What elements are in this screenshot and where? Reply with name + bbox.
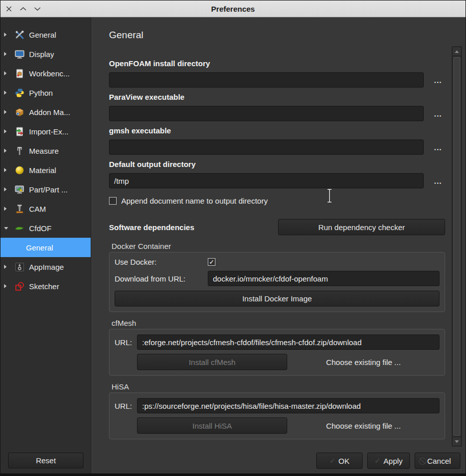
ok-check-icon: ✓: [330, 457, 336, 464]
gmsh-exe-label: gmsh executable: [109, 126, 445, 135]
cancel-button-label: Cancel: [427, 457, 451, 465]
sidebar-item-label: Measure: [29, 147, 59, 155]
sidebar-item-display[interactable]: Display: [1, 44, 91, 64]
sidebar-item-python[interactable]: Python: [1, 83, 91, 102]
scrollbar-down-icon[interactable]: [453, 437, 461, 445]
cfmesh-choose-existing-link[interactable]: Choose existing file ...: [287, 358, 440, 367]
sidebar-item-material[interactable]: Material: [1, 160, 91, 180]
append-docname-row[interactable]: Append document name to output directory: [109, 195, 445, 206]
sidebar-item-label: General: [29, 31, 56, 39]
sidebar-item-label: Addon Ma...: [29, 108, 70, 117]
gmsh-exe-input[interactable]: [109, 139, 424, 155]
expand-arrow-icon[interactable]: [4, 149, 11, 153]
sidebar-item-label: CfdOF: [29, 224, 51, 233]
monitor-icon: [15, 49, 24, 59]
expand-arrow-icon[interactable]: [4, 168, 11, 172]
append-docname-checkbox[interactable]: [109, 197, 117, 205]
use-docker-label: Use Docker:: [115, 258, 208, 266]
hisa-choose-existing-link[interactable]: Choose existing file ...: [287, 422, 440, 430]
cam-screw-icon: [15, 204, 24, 214]
minimize-icon[interactable]: [33, 5, 42, 13]
expand-arrow-icon[interactable]: [4, 207, 11, 211]
python-icon: [15, 88, 24, 98]
tools-icon: [15, 30, 24, 40]
openfoam-dir-label: OpenFOAM install directory: [109, 59, 445, 68]
cfmesh-group-title: cfMesh: [112, 319, 445, 327]
titlebar: Preferences: [1, 1, 465, 17]
window-title: Preferences: [1, 1, 465, 17]
expand-arrow-icon[interactable]: [4, 52, 11, 56]
airfoil-icon: [15, 223, 24, 233]
sidebar-item-cam[interactable]: CAM: [1, 199, 91, 218]
sidebar-item-label: Import-Ex...: [29, 127, 69, 136]
docker-url-input[interactable]: [208, 271, 440, 286]
cancel-button[interactable]: ⃠ Cancel: [415, 453, 460, 469]
sidebar-item-measure[interactable]: Measure: [1, 141, 91, 160]
install-hisa-button[interactable]: Install HiSA: [137, 417, 287, 434]
expand-arrow-icon[interactable]: [4, 129, 11, 133]
close-icon[interactable]: [5, 5, 13, 13]
sidebar-item-addon-manager[interactable]: Addon Ma...: [1, 102, 91, 122]
scrollbar-up-icon[interactable]: [453, 47, 461, 56]
expand-arrow-icon[interactable]: [4, 91, 11, 95]
docker-url-label: Download from URL:: [115, 274, 208, 283]
install-cfmesh-button[interactable]: Install cfMesh: [137, 354, 287, 370]
category-tree: General Display: [1, 25, 91, 296]
openfoam-dir-input[interactable]: [109, 72, 424, 88]
scrollbar-thumb[interactable]: [453, 57, 460, 436]
appimage-icon: [15, 262, 24, 272]
output-dir-label: Default output directory: [109, 160, 445, 169]
maximize-icon[interactable]: [19, 5, 28, 13]
expand-arrow-icon[interactable]: [4, 265, 11, 269]
docker-group-title: Docker Container: [112, 242, 445, 250]
category-sidebar: General Display: [1, 17, 91, 473]
sidebar-item-label: Display: [29, 50, 54, 59]
ok-button[interactable]: ✓ OK: [316, 453, 363, 469]
use-docker-checkbox[interactable]: [208, 258, 215, 266]
gmsh-exe-browse-button[interactable]: ...: [431, 142, 445, 153]
software-dependencies-label: Software dependencies: [109, 223, 195, 232]
hisa-group-title: HiSA: [112, 382, 445, 391]
caliper-icon: [15, 146, 24, 156]
hisa-url-input[interactable]: [137, 398, 440, 413]
sidebar-item-workbenches[interactable]: Workbenc...: [1, 64, 91, 83]
output-dir-browse-button[interactable]: ...: [431, 175, 445, 186]
docker-group-box: Use Docker: Download from URL: Install D…: [109, 252, 445, 312]
sidebar-item-appimage[interactable]: AppImage: [1, 257, 91, 276]
paraview-exe-input[interactable]: [109, 106, 424, 121]
sidebar-item-label: Part/Part ...: [29, 185, 68, 194]
apply-button[interactable]: ✓ Apply: [367, 453, 410, 469]
expand-arrow-icon[interactable]: [4, 71, 11, 75]
output-dir-input[interactable]: [109, 173, 424, 188]
expand-arrow-icon[interactable]: [4, 110, 11, 114]
expand-arrow-icon[interactable]: [4, 284, 11, 288]
append-docname-label: Append document name to output directory: [121, 197, 268, 205]
cfmesh-url-input[interactable]: [137, 334, 440, 350]
apply-button-label: Apply: [383, 457, 403, 465]
sidebar-item-label: Python: [29, 89, 53, 97]
sidebar-item-cfdof-general[interactable]: General: [1, 238, 91, 257]
ok-button-label: OK: [339, 457, 350, 465]
run-dependency-checker-button[interactable]: Run dependency checker: [278, 219, 445, 235]
sidebar-item-label: Material: [29, 166, 56, 175]
hisa-url-label: URL:: [115, 402, 137, 410]
reset-button[interactable]: Reset: [8, 453, 84, 468]
sidebar-item-sketcher[interactable]: Sketcher: [1, 276, 91, 296]
sidebar-item-cfdof[interactable]: CfdOF: [1, 218, 91, 238]
openfoam-dir-browse-button[interactable]: ...: [431, 74, 445, 86]
install-docker-image-button[interactable]: Install Docker Image: [115, 291, 440, 306]
sidebar-item-part-design[interactable]: Part/Part ...: [1, 180, 91, 199]
apply-check-icon: ✓: [374, 457, 380, 464]
preferences-window: Preferences General: [0, 0, 466, 476]
sidebar-item-general[interactable]: General: [1, 25, 91, 44]
expand-arrow-icon[interactable]: [4, 187, 11, 191]
collapse-arrow-icon[interactable]: [4, 227, 11, 230]
paraview-exe-browse-button[interactable]: ...: [431, 108, 445, 119]
cfmesh-group-box: URL: Install cfMesh Choose existing file…: [109, 329, 445, 376]
page-title: General: [109, 30, 445, 41]
vertical-scrollbar[interactable]: [452, 46, 462, 446]
sidebar-item-import-export[interactable]: Import-Ex...: [1, 122, 91, 141]
hisa-group-box: URL: Install HiSA Choose existing file .…: [109, 393, 445, 439]
expand-arrow-icon[interactable]: [4, 33, 11, 37]
sidebar-item-label: Workbenc...: [29, 69, 70, 78]
